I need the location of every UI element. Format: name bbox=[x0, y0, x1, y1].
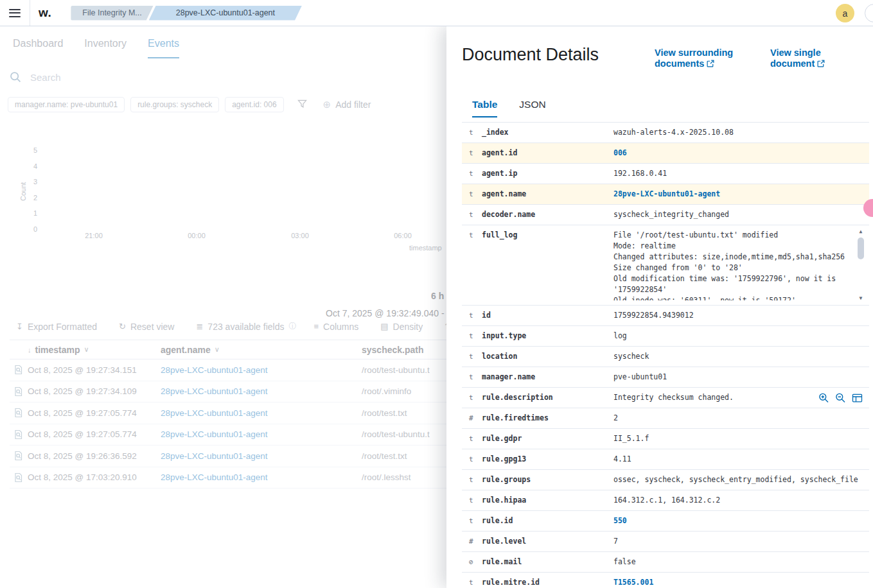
field-row: t rule.id 550 ▲ ▼ bbox=[462, 511, 869, 532]
field-type-icon: t bbox=[469, 392, 482, 403]
field-row: # rule.firedtimes 2 ▲ ▼ bbox=[462, 408, 869, 429]
field-type-icon: ⊘ bbox=[469, 557, 482, 567]
view-documents-link[interactable]: View surrounding documents bbox=[655, 48, 751, 69]
filter-out-value-icon[interactable] bbox=[835, 392, 846, 403]
field-value[interactable]: T1565.001 bbox=[613, 577, 865, 588]
field-type-icon: t bbox=[469, 168, 482, 179]
field-name: rule.gdpr bbox=[482, 433, 613, 444]
field-type-icon: # bbox=[469, 413, 482, 424]
field-actions bbox=[816, 392, 863, 403]
field-type-icon: t bbox=[469, 230, 482, 241]
field-row: t rule.groups ossec, syscheck, syscheck_… bbox=[462, 470, 869, 490]
field-value[interactable]: 006 bbox=[613, 148, 865, 159]
field-name: rule.mail bbox=[482, 557, 613, 567]
field-value: log bbox=[613, 331, 865, 342]
field-value[interactable]: 550 bbox=[613, 515, 865, 526]
field-value: ossec, syscheck, syscheck_entry_modified… bbox=[613, 474, 865, 485]
breadcrumb: File Integrity M...28pve-LXC-ubuntu01-ag… bbox=[71, 6, 302, 21]
field-name: rule.level bbox=[482, 536, 613, 547]
menu-icon[interactable] bbox=[9, 9, 21, 17]
field-value: wazuh-alerts-4.x-2025.10.08 bbox=[613, 127, 865, 138]
field-row: t agent.id 006 ▲ ▼ bbox=[462, 143, 869, 164]
field-row: t rule.gdpr II_5.1.f ▲ ▼ bbox=[462, 429, 869, 449]
logo-dot: . bbox=[48, 6, 52, 19]
field-value[interactable]: 28pve-LXC-ubuntu01-agent bbox=[613, 189, 865, 200]
field-type-icon: t bbox=[469, 495, 482, 506]
field-type-icon: t bbox=[469, 209, 482, 220]
field-type-icon: t bbox=[469, 372, 482, 383]
field-row: t agent.ip 192.168.0.41 ▲ ▼ bbox=[462, 164, 869, 184]
field-row: t id 1759922854.9439012 ▲ ▼ bbox=[462, 306, 869, 326]
avatar[interactable]: a bbox=[836, 4, 854, 22]
field-type-icon: t bbox=[469, 577, 482, 588]
document-details-panel: Document Details View surrounding docume… bbox=[446, 26, 873, 588]
field-value: pve-ubuntu01 bbox=[613, 372, 865, 383]
field-type-icon: t bbox=[469, 454, 482, 465]
field-row: # rule.level 7 ▲ ▼ bbox=[462, 532, 869, 552]
view-documents-link[interactable]: View single document bbox=[770, 48, 842, 69]
field-name: rule.gpg13 bbox=[482, 454, 613, 465]
field-name: input.type bbox=[482, 331, 613, 342]
scroll-down-icon[interactable]: ▼ bbox=[860, 295, 863, 302]
field-value: syscheck_integrity_changed bbox=[613, 209, 865, 220]
link-label: View surrounding documents bbox=[655, 48, 733, 69]
field-name: manager.name bbox=[482, 372, 613, 383]
field-name: agent.id bbox=[482, 148, 613, 159]
field-type-icon: t bbox=[469, 474, 482, 485]
toggle-column-icon[interactable] bbox=[852, 392, 863, 403]
field-row: t rule.gpg13 4.11 ▲ ▼ bbox=[462, 449, 869, 470]
field-value: 192.168.0.41 bbox=[613, 168, 865, 179]
filter-for-value-icon[interactable] bbox=[818, 392, 829, 403]
field-value: 2 bbox=[613, 413, 865, 424]
field-scrollbar[interactable]: ▲ ▼ bbox=[856, 229, 865, 302]
field-type-icon: t bbox=[469, 331, 482, 342]
field-type-icon: t bbox=[469, 433, 482, 444]
field-value: 4.11 bbox=[613, 454, 865, 465]
field-type-icon: t bbox=[469, 515, 482, 526]
field-name: rule.hipaa bbox=[482, 495, 613, 506]
panel-tabs: TableJSON bbox=[462, 99, 869, 117]
screen: w. File Integrity M...28pve-LXC-ubuntu01… bbox=[0, 0, 873, 588]
app-logo[interactable]: w. bbox=[39, 6, 51, 20]
field-name: rule.description bbox=[482, 392, 613, 403]
field-name: location bbox=[482, 351, 613, 362]
breadcrumb-item[interactable]: 28pve-LXC-ubuntu01-agent bbox=[149, 6, 302, 21]
field-type-icon: t bbox=[469, 127, 482, 138]
field-name: rule.firedtimes bbox=[482, 413, 613, 424]
field-row: t rule.hipaa 164.312.c.1, 164.312.c.2 ▲ … bbox=[462, 490, 869, 511]
field-row: t manager.name pve-ubuntu01 ▲ ▼ bbox=[462, 367, 869, 388]
field-row: t _index wazuh-alerts-4.x-2025.10.08 ▲ ▼ bbox=[462, 123, 869, 143]
field-row: t decoder.name syscheck_integrity_change… bbox=[462, 205, 869, 225]
topbar-divider bbox=[30, 0, 30, 26]
field-row: ⊘ rule.mail false ▲ ▼ bbox=[462, 552, 869, 573]
field-table: t _index wazuh-alerts-4.x-2025.10.08 ▲ ▼… bbox=[462, 122, 869, 588]
field-type-icon: t bbox=[469, 351, 482, 362]
scrollbar-thumb[interactable] bbox=[858, 238, 864, 259]
field-type-icon: # bbox=[469, 536, 482, 547]
panel-tab[interactable]: JSON bbox=[519, 99, 545, 117]
field-name: id bbox=[482, 310, 613, 321]
field-name: decoder.name bbox=[482, 209, 613, 220]
field-value: II_5.1.f bbox=[613, 433, 865, 444]
field-row: t location syscheck ▲ ▼ bbox=[462, 347, 869, 367]
logo-text: w bbox=[39, 6, 48, 19]
help-button[interactable] bbox=[865, 4, 873, 22]
field-value: 1759922854.9439012 bbox=[613, 310, 865, 321]
field-value: syscheck bbox=[613, 351, 865, 362]
field-row: t rule.description Integrity checksum ch… bbox=[462, 388, 869, 408]
field-type-icon: t bbox=[469, 310, 482, 321]
scroll-up-icon[interactable]: ▲ bbox=[860, 229, 863, 235]
field-name: full_log bbox=[482, 230, 613, 241]
field-value: File '/root/test-ubuntu.txt' modified Mo… bbox=[613, 230, 865, 300]
field-name: _index bbox=[482, 127, 613, 138]
field-name: rule.id bbox=[482, 515, 613, 526]
field-row: t full_log File '/root/test-ubuntu.txt' … bbox=[462, 225, 869, 306]
field-row: t agent.name 28pve-LXC-ubuntu01-agent ▲ … bbox=[462, 184, 869, 205]
field-value: 7 bbox=[613, 536, 865, 547]
breadcrumb-item[interactable]: File Integrity M... bbox=[71, 6, 153, 21]
link-label: View single document bbox=[770, 48, 821, 69]
panel-tab[interactable]: Table bbox=[472, 99, 497, 117]
field-type-icon: t bbox=[469, 148, 482, 159]
field-name: agent.name bbox=[482, 189, 613, 200]
panel-header: Document Details View surrounding docume… bbox=[462, 44, 869, 69]
